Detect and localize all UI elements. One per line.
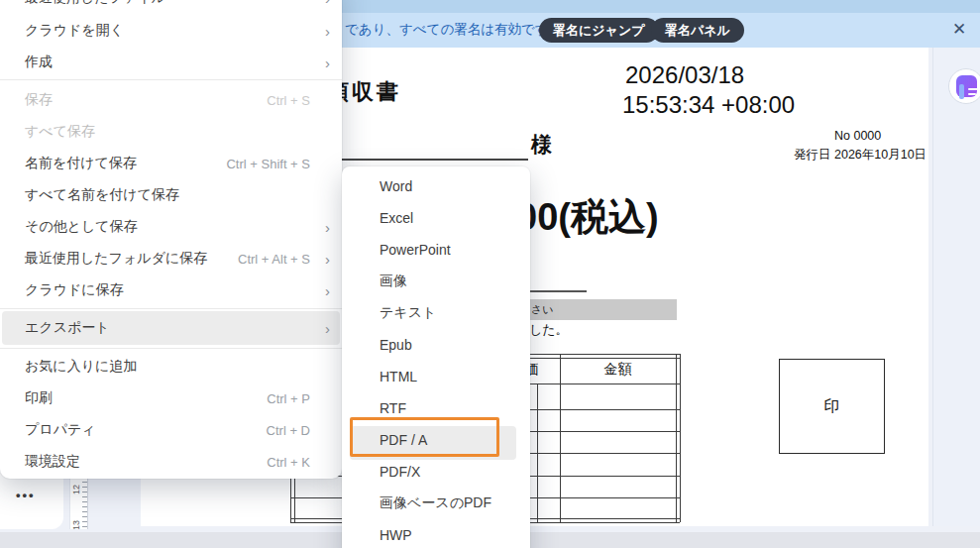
menu-item-add-to-favorites[interactable]: お気に入りに追加 [2, 351, 340, 383]
seal-box: 印 [779, 359, 885, 454]
submenu-item-epub[interactable]: Epub [346, 329, 526, 361]
chevron-right-icon: › [316, 23, 330, 40]
menu-item-preferences[interactable]: 環境設定 Ctrl + K [2, 446, 340, 478]
issue-date: 発行日 2026年10月10日 [794, 147, 926, 164]
amount-text: 00(税込) [516, 192, 659, 243]
menu-divider [0, 79, 342, 80]
ruler-mark: 13 [71, 520, 81, 529]
right-side-panel [932, 48, 980, 526]
receipt-number: No 0000 [834, 129, 881, 143]
close-icon[interactable]: ✕ [952, 19, 966, 40]
menu-divider [0, 308, 342, 309]
submenu-item-powerpoint[interactable]: PowerPoint [346, 234, 526, 266]
submenu-item-hwp[interactable]: HWP [346, 519, 526, 548]
chevron-right-icon: › [316, 251, 330, 268]
chevron-right-icon: › [316, 282, 330, 299]
submenu-item-image[interactable]: 画像 [346, 266, 526, 297]
chevron-right-icon: › [316, 55, 330, 71]
submenu-item-rtf[interactable]: RTF [346, 392, 526, 424]
submenu-item-word[interactable]: Word [346, 170, 526, 202]
jump-to-signature-button[interactable]: 署名にジャンプ [539, 18, 659, 43]
chevron-right-icon: › [316, 219, 330, 236]
submenu-item-html[interactable]: HTML [346, 361, 526, 392]
menu-item-export[interactable]: エクスポート › [2, 311, 340, 345]
menu-item-create[interactable]: 作成 › [2, 47, 340, 78]
submenu-item-pdf-a[interactable]: PDF / A [346, 424, 526, 456]
submenu-item-image-based-pdf[interactable]: 画像ベースのPDF [346, 488, 526, 519]
ai-assistant-icon [956, 75, 977, 97]
chevron-right-icon: › [316, 320, 330, 337]
menu-item-recent-files[interactable]: 最近使用したファイル › [2, 0, 340, 14]
submenu-item-text[interactable]: テキスト [346, 297, 526, 329]
menu-item-save-all-as[interactable]: すべて名前を付けて保存 [2, 179, 340, 211]
timestamp-time: 15:53:34 +08:00 [622, 91, 795, 119]
menu-item-print[interactable]: 印刷 Ctrl + P [2, 383, 340, 414]
menu-item-save-all[interactable]: すべて保存 [2, 116, 340, 148]
pdf-editor-app: であり、すべての署名は有効です。 署名にジャンプ 署名パネル ✕ 領収書 202… [0, 0, 980, 548]
menu-item-save-to-recent-folder[interactable]: 最近使用したフォルダに保存 Ctrl + Alt + S › [2, 243, 340, 274]
ruler-ticks [82, 477, 87, 529]
export-submenu: Word Excel PowerPoint 画像 テキスト Epub HTML … [342, 166, 530, 548]
note-underline [529, 290, 587, 292]
recipient-honorific: 様 [531, 131, 552, 159]
menu-item-save-to-cloud[interactable]: クラウドに保存 › [2, 274, 340, 306]
menu-item-open-cloud[interactable]: クラウドを開く › [2, 15, 340, 47]
menu-divider [0, 348, 342, 349]
seal-label: 印 [824, 396, 840, 417]
ai-assistant-button[interactable] [948, 68, 980, 104]
file-menu: 最近使用したファイル › クラウドを開く › 作成 › 保存 Ctrl + S … [0, 0, 342, 479]
menu-item-properties[interactable]: プロパティ Ctrl + D [2, 414, 340, 446]
submenu-item-excel[interactable]: Excel [346, 202, 526, 234]
table-header-amount: 金額 [560, 361, 676, 379]
signature-panel-button[interactable]: 署名パネル [651, 18, 744, 43]
menu-item-save-as-other[interactable]: その他として保存 › [2, 211, 340, 243]
chevron-right-icon: › [316, 0, 330, 7]
timestamp-date: 2026/03/18 [625, 61, 744, 89]
signature-status-text: であり、すべての署名は有効です。 [345, 21, 562, 39]
menu-item-save-as[interactable]: 名前を付けて保存 Ctrl + Shift + S [2, 148, 340, 179]
submenu-item-pdf-x[interactable]: PDF/X [346, 456, 526, 488]
menu-item-save[interactable]: 保存 Ctrl + S [2, 84, 340, 116]
more-options-icon[interactable]: ••• [16, 488, 36, 502]
vertical-ruler: 12 13 [69, 477, 88, 529]
note-text: した。 [529, 321, 569, 339]
ruler-mark: 12 [71, 485, 81, 494]
